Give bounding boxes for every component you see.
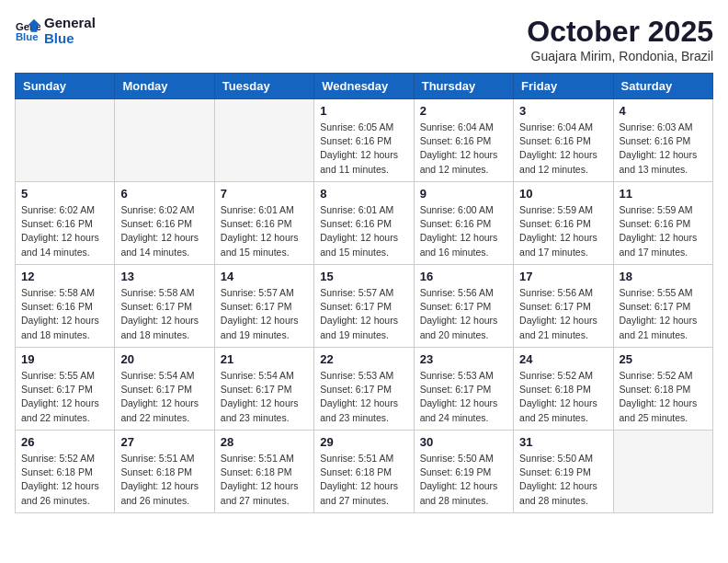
logo: General Blue General Blue — [15, 15, 96, 47]
day-info: Sunrise: 6:02 AM Sunset: 6:16 PM Dayligh… — [21, 203, 108, 259]
day-number: 5 — [21, 187, 108, 201]
day-number: 25 — [620, 352, 707, 366]
day-info: Sunrise: 5:51 AM Sunset: 6:18 PM Dayligh… — [320, 452, 407, 508]
day-number: 9 — [420, 187, 507, 201]
logo-line1: General — [44, 15, 96, 30]
location-subtitle: Guajara Mirim, Rondonia, Brazil — [527, 49, 713, 63]
day-info: Sunrise: 5:56 AM Sunset: 6:17 PM Dayligh… — [420, 286, 507, 342]
calendar-cell: 23Sunrise: 5:53 AM Sunset: 6:17 PM Dayli… — [414, 348, 513, 431]
calendar-cell: 28Sunrise: 5:51 AM Sunset: 6:18 PM Dayli… — [214, 431, 313, 513]
day-info: Sunrise: 5:56 AM Sunset: 6:17 PM Dayligh… — [519, 286, 607, 342]
day-number: 13 — [120, 270, 208, 283]
calendar-cell: 8Sunrise: 6:01 AM Sunset: 6:16 PM Daylig… — [314, 182, 414, 265]
day-info: Sunrise: 5:53 AM Sunset: 6:17 PM Dayligh… — [320, 369, 407, 425]
day-info: Sunrise: 5:58 AM Sunset: 6:16 PM Dayligh… — [21, 286, 108, 342]
day-number: 7 — [221, 187, 308, 201]
week-row-4: 19Sunrise: 5:55 AM Sunset: 6:17 PM Dayli… — [16, 348, 713, 431]
calendar-cell: 18Sunrise: 5:55 AM Sunset: 6:17 PM Dayli… — [613, 265, 712, 348]
day-info: Sunrise: 6:04 AM Sunset: 6:16 PM Dayligh… — [519, 121, 607, 177]
calendar-cell: 9Sunrise: 6:00 AM Sunset: 6:16 PM Daylig… — [414, 182, 513, 265]
weekday-header-row: SundayMondayTuesdayWednesdayThursdayFrid… — [16, 74, 713, 99]
week-row-2: 5Sunrise: 6:02 AM Sunset: 6:16 PM Daylig… — [16, 182, 713, 265]
day-number: 23 — [420, 352, 507, 366]
day-number: 29 — [320, 435, 407, 449]
day-info: Sunrise: 6:01 AM Sunset: 6:16 PM Dayligh… — [221, 203, 308, 259]
day-number: 19 — [21, 352, 108, 366]
day-info: Sunrise: 6:00 AM Sunset: 6:16 PM Dayligh… — [420, 203, 507, 259]
calendar-cell — [115, 99, 214, 182]
day-info: Sunrise: 5:55 AM Sunset: 6:17 PM Dayligh… — [620, 286, 707, 342]
calendar-cell: 3Sunrise: 6:04 AM Sunset: 6:16 PM Daylig… — [514, 99, 613, 182]
week-row-5: 26Sunrise: 5:52 AM Sunset: 6:18 PM Dayli… — [16, 431, 713, 513]
calendar-cell: 5Sunrise: 6:02 AM Sunset: 6:16 PM Daylig… — [16, 182, 115, 265]
day-number: 2 — [420, 104, 507, 118]
month-title: October 2025 — [527, 15, 713, 49]
calendar-cell: 1Sunrise: 6:05 AM Sunset: 6:16 PM Daylig… — [314, 99, 414, 182]
day-number: 20 — [120, 352, 208, 366]
day-number: 30 — [420, 435, 507, 449]
calendar-cell: 22Sunrise: 5:53 AM Sunset: 6:17 PM Dayli… — [314, 348, 414, 431]
calendar-header: SundayMondayTuesdayWednesdayThursdayFrid… — [16, 74, 713, 99]
calendar-cell: 25Sunrise: 5:52 AM Sunset: 6:18 PM Dayli… — [613, 348, 712, 431]
calendar-cell: 11Sunrise: 5:59 AM Sunset: 6:16 PM Dayli… — [613, 182, 712, 265]
day-info: Sunrise: 6:05 AM Sunset: 6:16 PM Dayligh… — [320, 121, 407, 177]
header: General Blue General Blue October 2025 G… — [15, 15, 713, 63]
calendar-cell: 17Sunrise: 5:56 AM Sunset: 6:17 PM Dayli… — [514, 265, 613, 348]
day-info: Sunrise: 5:50 AM Sunset: 6:19 PM Dayligh… — [519, 452, 607, 508]
day-number: 18 — [620, 270, 707, 283]
day-number: 16 — [420, 270, 507, 283]
day-number: 3 — [519, 104, 607, 118]
day-info: Sunrise: 5:51 AM Sunset: 6:18 PM Dayligh… — [120, 452, 208, 508]
day-number: 1 — [320, 104, 407, 118]
day-info: Sunrise: 5:51 AM Sunset: 6:18 PM Dayligh… — [221, 452, 308, 508]
calendar-cell: 29Sunrise: 5:51 AM Sunset: 6:18 PM Dayli… — [314, 431, 414, 513]
calendar-cell: 26Sunrise: 5:52 AM Sunset: 6:18 PM Dayli… — [16, 431, 115, 513]
weekday-header-sunday: Sunday — [16, 74, 115, 99]
day-info: Sunrise: 5:57 AM Sunset: 6:17 PM Dayligh… — [320, 286, 407, 342]
day-info: Sunrise: 5:59 AM Sunset: 6:16 PM Dayligh… — [620, 203, 707, 259]
weekday-header-tuesday: Tuesday — [214, 74, 313, 99]
day-info: Sunrise: 5:54 AM Sunset: 6:17 PM Dayligh… — [221, 369, 308, 425]
day-number: 28 — [221, 435, 308, 449]
weekday-header-saturday: Saturday — [613, 74, 712, 99]
day-info: Sunrise: 5:54 AM Sunset: 6:17 PM Dayligh… — [120, 369, 208, 425]
day-number: 12 — [21, 270, 108, 283]
day-info: Sunrise: 6:01 AM Sunset: 6:16 PM Dayligh… — [320, 203, 407, 259]
week-row-1: 1Sunrise: 6:05 AM Sunset: 6:16 PM Daylig… — [16, 99, 713, 182]
calendar-cell: 2Sunrise: 6:04 AM Sunset: 6:16 PM Daylig… — [414, 99, 513, 182]
day-info: Sunrise: 5:53 AM Sunset: 6:17 PM Dayligh… — [420, 369, 507, 425]
day-number: 8 — [320, 187, 407, 201]
calendar-cell — [613, 431, 712, 513]
calendar-cell: 31Sunrise: 5:50 AM Sunset: 6:19 PM Dayli… — [514, 431, 613, 513]
calendar-cell — [16, 99, 115, 182]
logo-line2: Blue — [44, 30, 96, 46]
day-info: Sunrise: 5:52 AM Sunset: 6:18 PM Dayligh… — [620, 369, 707, 425]
title-block: October 2025 Guajara Mirim, Rondonia, Br… — [527, 15, 713, 63]
day-info: Sunrise: 5:55 AM Sunset: 6:17 PM Dayligh… — [21, 369, 108, 425]
day-number: 24 — [519, 352, 607, 366]
weekday-header-friday: Friday — [514, 74, 613, 99]
calendar-cell: 19Sunrise: 5:55 AM Sunset: 6:17 PM Dayli… — [16, 348, 115, 431]
calendar-cell: 16Sunrise: 5:56 AM Sunset: 6:17 PM Dayli… — [414, 265, 513, 348]
day-info: Sunrise: 5:58 AM Sunset: 6:17 PM Dayligh… — [120, 286, 208, 342]
day-number: 10 — [519, 187, 607, 201]
day-number: 21 — [221, 352, 308, 366]
calendar-cell: 30Sunrise: 5:50 AM Sunset: 6:19 PM Dayli… — [414, 431, 513, 513]
day-number: 26 — [21, 435, 108, 449]
calendar-cell: 7Sunrise: 6:01 AM Sunset: 6:16 PM Daylig… — [214, 182, 313, 265]
day-info: Sunrise: 5:59 AM Sunset: 6:16 PM Dayligh… — [519, 203, 607, 259]
day-info: Sunrise: 5:57 AM Sunset: 6:17 PM Dayligh… — [221, 286, 308, 342]
calendar-cell — [214, 99, 313, 182]
calendar-cell: 12Sunrise: 5:58 AM Sunset: 6:16 PM Dayli… — [16, 265, 115, 348]
day-number: 22 — [320, 352, 407, 366]
day-number: 31 — [519, 435, 607, 449]
calendar-cell: 27Sunrise: 5:51 AM Sunset: 6:18 PM Dayli… — [115, 431, 214, 513]
calendar-cell: 14Sunrise: 5:57 AM Sunset: 6:17 PM Dayli… — [214, 265, 313, 348]
day-number: 17 — [519, 270, 607, 283]
day-number: 4 — [620, 104, 707, 118]
calendar-cell: 13Sunrise: 5:58 AM Sunset: 6:17 PM Dayli… — [115, 265, 214, 348]
calendar-cell: 10Sunrise: 5:59 AM Sunset: 6:16 PM Dayli… — [514, 182, 613, 265]
calendar-cell: 21Sunrise: 5:54 AM Sunset: 6:17 PM Dayli… — [214, 348, 313, 431]
day-info: Sunrise: 6:04 AM Sunset: 6:16 PM Dayligh… — [420, 121, 507, 177]
calendar-cell: 20Sunrise: 5:54 AM Sunset: 6:17 PM Dayli… — [115, 348, 214, 431]
